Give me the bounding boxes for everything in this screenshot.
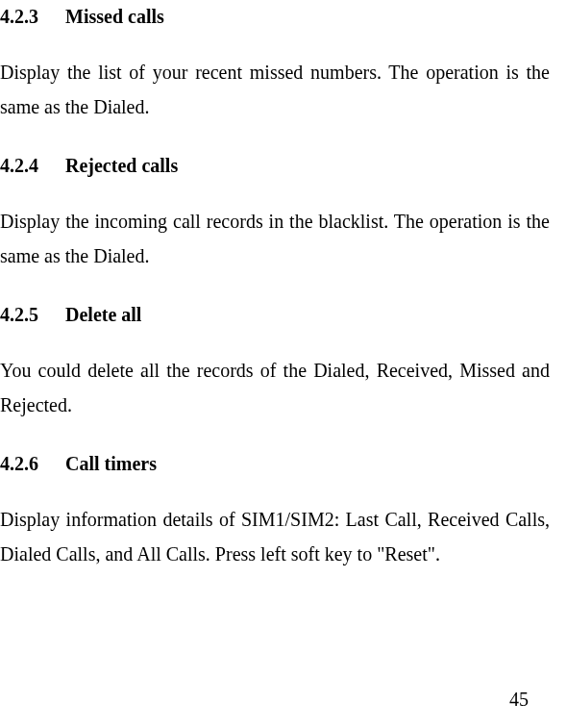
section-424: 4.2.4Rejected calls Display the incoming… [0,155,550,273]
section-title: Delete all [65,304,141,325]
section-body-423: Display the list of your recent missed n… [0,55,550,124]
section-426: 4.2.6Call timers Display information det… [0,453,550,571]
section-title: Missed calls [65,6,164,27]
section-heading-426: 4.2.6Call timers [0,453,550,475]
section-heading-423: 4.2.3Missed calls [0,6,550,28]
page-number: 45 [509,689,529,711]
section-title: Rejected calls [65,155,178,176]
section-number: 4.2.5 [0,304,38,326]
section-heading-425: 4.2.5Delete all [0,304,550,326]
section-body-425: You could delete all the records of the … [0,353,550,422]
section-423: 4.2.3Missed calls Display the list of yo… [0,6,550,124]
section-number: 4.2.6 [0,453,38,475]
section-number: 4.2.4 [0,155,38,177]
section-body-426: Display information details of SIM1/SIM2… [0,502,550,571]
section-number: 4.2.3 [0,6,38,28]
section-heading-424: 4.2.4Rejected calls [0,155,550,177]
section-425: 4.2.5Delete all You could delete all the… [0,304,550,422]
section-body-424: Display the incoming call records in the… [0,204,550,273]
section-title: Call timers [65,453,157,474]
